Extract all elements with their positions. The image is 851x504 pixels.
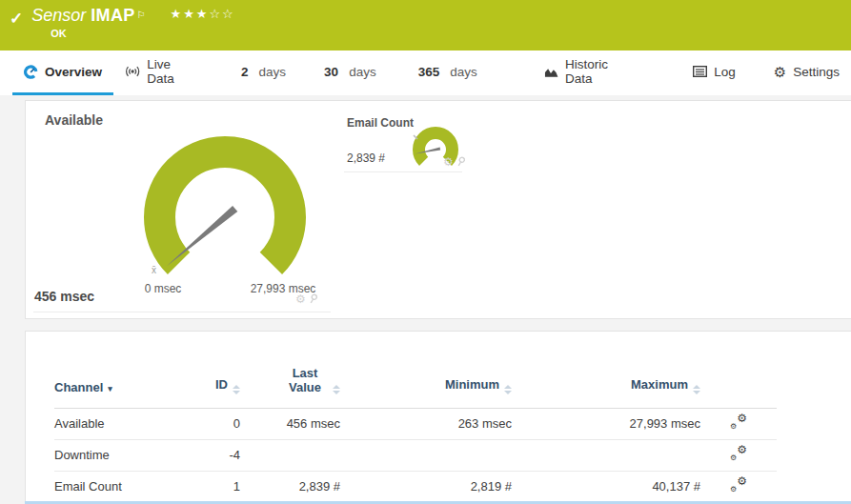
gauge-icon xyxy=(24,65,38,79)
broadcast-icon xyxy=(125,65,140,78)
average-marker: x̄ xyxy=(152,265,156,275)
channel-name-cell[interactable]: Email Count xyxy=(54,471,197,502)
tab-2-days-number: 2 xyxy=(241,65,249,79)
stars-filled[interactable]: ★★★ xyxy=(170,7,209,21)
minimum-cell xyxy=(340,439,512,471)
email-count-gauge[interactable] xyxy=(411,126,464,175)
tab-settings[interactable]: ⚙ Settings xyxy=(762,50,851,95)
channel-header-label: Channel xyxy=(54,380,103,394)
channels-panel: Channel▾ ID Last Value Minimum Maximum xyxy=(25,331,851,504)
email-count-gauge-actions: ⚙ xyxy=(443,156,465,168)
sensor-name: IMAP xyxy=(91,6,134,25)
tab-live-data[interactable]: Live Data xyxy=(113,50,211,95)
column-header-minimum[interactable]: Minimum xyxy=(340,332,512,408)
area-chart-icon xyxy=(544,66,558,78)
available-cell-divider xyxy=(33,312,331,312)
column-header-actions xyxy=(700,332,777,408)
tab-log-label: Log xyxy=(714,65,736,79)
tab-30-days-suffix: days xyxy=(349,65,376,79)
channel-id-cell: 1 xyxy=(197,471,240,502)
last-value-header-label: Last Value xyxy=(282,366,328,394)
available-gauge-actions: ⚙ xyxy=(295,293,317,305)
tab-settings-label: Settings xyxy=(793,65,840,79)
maximum-cell xyxy=(512,439,700,471)
sort-toggle-icon xyxy=(693,385,700,394)
priority-stars[interactable]: ★★★☆☆ xyxy=(170,7,234,21)
tab-live-data-label: Live Data xyxy=(147,57,199,86)
tab-historic-data[interactable]: Historic Data xyxy=(533,50,648,95)
email-count-current-value: 2,839 # xyxy=(347,151,385,165)
tab-30-days[interactable]: 30days xyxy=(313,50,388,95)
status-check-icon: ✓ xyxy=(10,9,23,29)
tab-overview[interactable]: Overview xyxy=(12,50,113,95)
channel-id-cell: -4 xyxy=(197,439,240,471)
tab-historic-data-label: Historic Data xyxy=(565,57,636,86)
email-count-pin-icon[interactable] xyxy=(456,156,465,168)
column-header-maximum[interactable]: Maximum xyxy=(512,332,700,408)
email-count-cell-divider xyxy=(344,171,462,172)
column-header-last-value[interactable]: Last Value xyxy=(240,332,340,408)
channel-name-cell[interactable]: Available xyxy=(54,408,197,439)
sensor-title-block: Sensor IMAP⚐ OK xyxy=(31,6,145,39)
settings-gear-icon: ⚙ xyxy=(774,65,786,79)
sort-descending-icon: ▾ xyxy=(108,384,112,393)
table-row[interactable]: Email Count 1 2,839 # 2,819 # 40,137 # ⚙… xyxy=(54,471,777,502)
last-value-cell: 456 msec xyxy=(240,408,340,439)
sort-toggle-icon xyxy=(233,385,240,394)
maximum-header-label: Maximum xyxy=(631,377,688,392)
maximum-cell: 40,137 # xyxy=(512,471,700,502)
column-header-channel[interactable]: Channel▾ xyxy=(54,332,197,408)
channel-id-cell: 0 xyxy=(197,408,240,439)
table-row[interactable]: Downtime -4 ⚙⚙ xyxy=(54,439,777,471)
tab-30-days-number: 30 xyxy=(324,65,338,79)
minimum-cell: 263 msec xyxy=(340,408,512,439)
available-current-value: 456 msec xyxy=(34,289,94,304)
tab-2-days-suffix: days xyxy=(259,65,287,79)
id-header-label: ID xyxy=(215,377,228,392)
tab-overview-label: Overview xyxy=(45,65,102,79)
maximum-cell: 27,993 msec xyxy=(512,408,700,439)
email-count-gear-icon[interactable]: ⚙ xyxy=(443,156,454,168)
last-value-cell xyxy=(240,439,340,471)
channel-name-cell[interactable]: Downtime xyxy=(54,439,197,471)
tab-365-days-suffix: days xyxy=(450,65,477,79)
channel-settings-icon[interactable]: ⚙⚙ xyxy=(730,446,747,462)
minimum-cell: 2,819 # xyxy=(340,471,512,502)
sensor-header: ✓ Sensor IMAP⚐ OK ★★★☆☆ xyxy=(0,0,851,50)
table-header-row: Channel▾ ID Last Value Minimum Maximum xyxy=(54,332,777,408)
last-value-cell: 2,839 # xyxy=(240,471,340,502)
flag-icon[interactable]: ⚐ xyxy=(137,10,146,20)
email-count-gauge-title: Email Count xyxy=(347,116,414,130)
stars-empty[interactable]: ☆☆ xyxy=(209,7,234,21)
tab-365-days-number: 365 xyxy=(418,65,440,79)
available-scale-max: 27,993 msec xyxy=(226,282,340,295)
sort-toggle-icon xyxy=(504,385,512,394)
channel-settings-icon[interactable]: ⚙⚙ xyxy=(730,477,747,494)
available-scale-min: 0 msec xyxy=(130,282,196,295)
table-row[interactable]: Available 0 456 msec 263 msec 27,993 mse… xyxy=(54,408,777,439)
sensor-status-badge: OK xyxy=(51,28,145,39)
channel-settings-icon[interactable]: ⚙⚙ xyxy=(730,414,747,431)
sort-toggle-icon xyxy=(333,385,340,394)
column-header-id[interactable]: ID xyxy=(197,332,240,408)
gauges-panel: Available x̄ 456 msec 0 msec 27,993 msec… xyxy=(25,100,851,319)
tab-2-days[interactable]: 2days xyxy=(230,50,297,95)
tab-bar: Overview Live Data 2days 30days 365days … xyxy=(0,50,851,95)
available-gauge[interactable]: x̄ xyxy=(115,130,334,287)
tab-365-days[interactable]: 365days xyxy=(407,50,489,95)
minimum-header-label: Minimum xyxy=(445,377,499,392)
available-gauge-title: Available xyxy=(45,112,103,128)
channels-table: Channel▾ ID Last Value Minimum Maximum xyxy=(54,332,777,503)
sensor-type-label: Sensor xyxy=(31,6,86,25)
log-list-icon xyxy=(693,66,707,77)
available-gear-icon[interactable]: ⚙ xyxy=(295,293,306,305)
available-pin-icon[interactable] xyxy=(309,293,317,305)
tab-log[interactable]: Log xyxy=(681,50,747,95)
